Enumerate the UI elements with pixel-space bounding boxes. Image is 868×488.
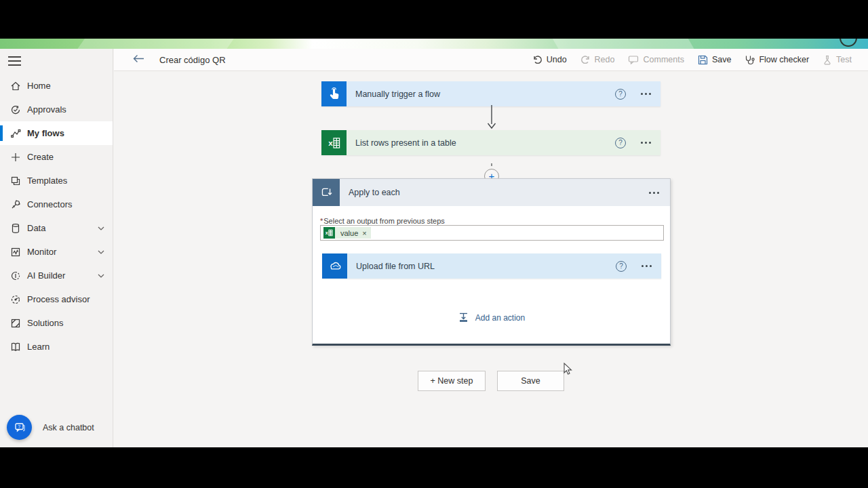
letterbox-top: [0, 0, 868, 39]
add-action-label: Add an action: [475, 313, 525, 323]
flow-checker-icon: [745, 55, 755, 65]
learn-icon: [10, 342, 21, 352]
action-card-upload-file[interactable]: Upload file from URL: [322, 253, 661, 279]
help-icon[interactable]: [615, 89, 626, 100]
redo-label: Redo: [595, 55, 615, 64]
sidebar-item-process-advisor[interactable]: Process advisor: [0, 287, 113, 311]
ask-chatbot-button[interactable]: ? Ask a chatbot: [7, 415, 94, 440]
power-automate-window: Home Approvals My flows: [0, 0, 868, 488]
required-asterisk: *: [320, 217, 323, 225]
sidebar-item-label: Monitor: [27, 247, 56, 257]
comments-label: Comments: [643, 55, 684, 64]
action-card-label: Upload file from URL: [356, 262, 435, 271]
add-action-button[interactable]: Add an action: [313, 312, 670, 323]
add-action-icon: [458, 312, 469, 323]
monitor-icon: [10, 247, 21, 258]
sidebar-item-label: Process advisor: [27, 294, 90, 304]
excel-chip-icon: x: [323, 227, 335, 239]
sidebar-item-approvals[interactable]: Approvals: [0, 98, 113, 121]
loop-icon: [313, 179, 340, 206]
undo-icon: [532, 55, 542, 64]
more-options-icon[interactable]: [641, 139, 651, 146]
svg-text:x: x: [328, 138, 333, 147]
trigger-card-label: Manually trigger a flow: [355, 89, 440, 99]
hamburger-menu-icon[interactable]: [8, 56, 21, 66]
chevron-down-icon[interactable]: [98, 250, 104, 254]
flow-checker-button[interactable]: Flow checker: [745, 55, 809, 65]
plus-icon: [10, 152, 21, 163]
database-icon: [10, 223, 21, 234]
save-icon: [698, 55, 708, 65]
excel-icon: x: [321, 130, 347, 155]
avatar[interactable]: [840, 39, 857, 47]
test-label: Test: [836, 55, 852, 64]
top-banner: [0, 39, 868, 49]
new-step-button[interactable]: + New step: [418, 371, 486, 391]
more-options-icon[interactable]: [649, 189, 659, 197]
comments-button[interactable]: Comments: [628, 55, 684, 64]
my-flows-icon: [10, 128, 21, 139]
sidebar-item-create[interactable]: Create: [0, 145, 113, 169]
sidebar-item-label: AI Builder: [27, 270, 65, 281]
sidebar-item-templates[interactable]: Templates: [0, 169, 113, 192]
more-options-icon[interactable]: [641, 90, 651, 98]
banner-facet: [550, 39, 697, 49]
connectors-icon: [10, 199, 21, 210]
toolbar: Undo Redo Comments: [532, 55, 852, 65]
sidebar-item-ai-builder[interactable]: AI Builder: [0, 264, 113, 287]
sidebar-item-connectors[interactable]: Connectors: [0, 192, 113, 216]
sidebar-item-monitor[interactable]: Monitor: [0, 240, 113, 264]
ai-builder-icon: [10, 270, 21, 281]
sidebar-item-my-flows[interactable]: My flows: [0, 121, 113, 145]
help-icon[interactable]: [615, 138, 626, 148]
chevron-down-icon[interactable]: [98, 274, 104, 278]
save-flow-button[interactable]: Save: [497, 371, 564, 391]
back-arrow-icon[interactable]: [133, 54, 144, 65]
flow-checker-label: Flow checker: [759, 55, 809, 64]
sidebar-item-label: Home: [27, 81, 51, 91]
sidebar: Home Approvals My flows: [0, 49, 113, 447]
sidebar-item-label: Approvals: [27, 104, 66, 115]
apply-to-each-label: Apply to each: [349, 188, 400, 197]
more-options-icon[interactable]: [642, 262, 652, 270]
dynamic-content-chip-value[interactable]: x value: [323, 227, 371, 239]
app-shell: Home Approvals My flows: [0, 49, 868, 447]
sidebar-item-learn[interactable]: Learn: [0, 335, 113, 359]
undo-button[interactable]: Undo: [532, 55, 567, 64]
home-icon: [10, 81, 21, 92]
sidebar-item-home[interactable]: Home: [0, 74, 113, 98]
remove-chip-icon[interactable]: [362, 229, 366, 237]
connector-arrow: [486, 105, 497, 132]
apply-to-each-header[interactable]: Apply to each: [313, 179, 670, 206]
test-button[interactable]: Test: [823, 55, 852, 65]
sidebar-item-label: Templates: [27, 176, 67, 186]
action-card-label: List rows present in a table: [355, 138, 456, 148]
output-field-label: *Select an output from previous steps: [320, 217, 445, 225]
help-icon[interactable]: [616, 261, 627, 272]
chatbot-icon: ?: [7, 415, 32, 440]
svg-text:x: x: [326, 230, 328, 236]
sidebar-item-data[interactable]: Data: [0, 216, 113, 240]
undo-label: Undo: [547, 55, 567, 64]
manual-trigger-icon: [321, 81, 347, 106]
chatbot-label: Ask a chatbot: [43, 423, 94, 432]
action-card-list-rows[interactable]: x List rows present in a table: [321, 130, 660, 155]
chip-label: value: [340, 229, 358, 237]
sidebar-item-label: Connectors: [27, 199, 72, 209]
output-field-input[interactable]: x value: [320, 225, 664, 241]
sidebar-item-label: Learn: [27, 342, 50, 352]
sidebar-nav: Home Approvals My flows: [0, 74, 113, 359]
solutions-icon: [10, 318, 21, 329]
onedrive-icon: [322, 253, 347, 279]
sidebar-item-label: Solutions: [27, 318, 63, 328]
trigger-card-manually-trigger[interactable]: Manually trigger a flow: [321, 81, 660, 106]
flow-header-bar: Crear código QR Undo Redo: [114, 49, 868, 71]
redo-button[interactable]: Redo: [580, 55, 615, 64]
sidebar-item-label: Data: [27, 223, 45, 233]
sidebar-item-solutions[interactable]: Solutions: [0, 311, 113, 335]
chevron-down-icon[interactable]: [98, 226, 104, 230]
svg-text:?: ?: [18, 424, 20, 428]
sidebar-item-label: My flows: [27, 128, 64, 138]
save-label: Save: [712, 55, 732, 64]
save-button[interactable]: Save: [698, 55, 732, 65]
